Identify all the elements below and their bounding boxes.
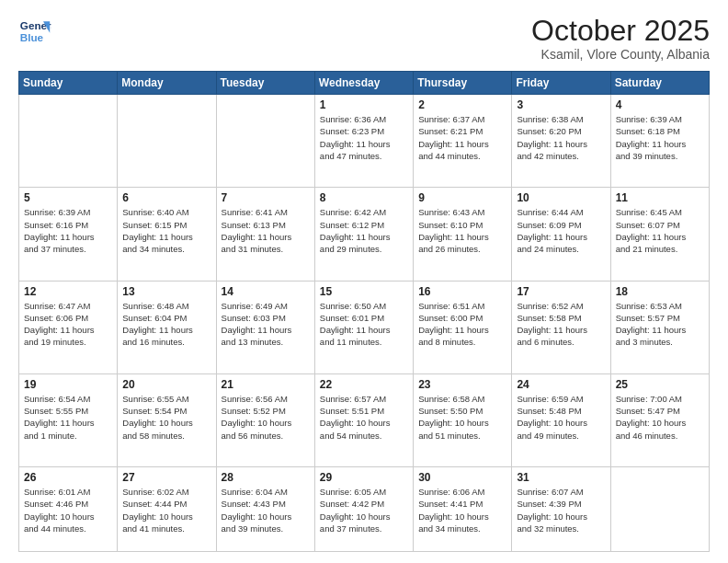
calendar-cell: 10Sunrise: 6:44 AM Sunset: 6:09 PM Dayli… [512, 188, 610, 281]
calendar-cell: 4Sunrise: 6:39 AM Sunset: 6:18 PM Daylig… [610, 95, 709, 188]
logo: General Blue [18, 15, 51, 48]
calendar-cell: 28Sunrise: 6:04 AM Sunset: 4:43 PM Dayli… [216, 466, 314, 551]
day-number: 16 [418, 285, 506, 298]
calendar-cell: 16Sunrise: 6:51 AM Sunset: 6:00 PM Dayli… [414, 281, 512, 373]
day-number: 15 [320, 285, 408, 298]
calendar-cell: 19Sunrise: 6:54 AM Sunset: 5:55 PM Dayli… [19, 373, 118, 466]
day-info: Sunrise: 6:58 AM Sunset: 5:50 PM Dayligh… [418, 393, 506, 442]
day-info: Sunrise: 6:55 AM Sunset: 5:54 PM Dayligh… [122, 393, 210, 442]
day-number: 17 [517, 285, 605, 298]
calendar-cell [216, 95, 314, 188]
calendar-cell: 27Sunrise: 6:02 AM Sunset: 4:44 PM Dayli… [118, 466, 216, 551]
day-number: 7 [222, 191, 310, 204]
calendar-cell: 21Sunrise: 6:56 AM Sunset: 5:52 PM Dayli… [216, 373, 314, 466]
day-number: 21 [222, 378, 310, 391]
day-info: Sunrise: 6:39 AM Sunset: 6:16 PM Dayligh… [24, 206, 112, 255]
col-wednesday: Wednesday [314, 72, 413, 95]
day-number: 26 [24, 471, 112, 484]
calendar-cell: 23Sunrise: 6:58 AM Sunset: 5:50 PM Dayli… [414, 373, 512, 466]
day-number: 23 [418, 378, 506, 391]
calendar-cell: 12Sunrise: 6:47 AM Sunset: 6:06 PM Dayli… [19, 281, 118, 373]
calendar-cell: 25Sunrise: 7:00 AM Sunset: 5:47 PM Dayli… [610, 373, 709, 466]
day-info: Sunrise: 6:41 AM Sunset: 6:13 PM Dayligh… [222, 206, 310, 255]
day-number: 24 [517, 378, 605, 391]
day-number: 10 [517, 191, 605, 204]
calendar-cell: 6Sunrise: 6:40 AM Sunset: 6:15 PM Daylig… [118, 188, 216, 281]
week-row-5: 26Sunrise: 6:01 AM Sunset: 4:46 PM Dayli… [19, 466, 710, 551]
day-number: 4 [616, 98, 704, 111]
day-info: Sunrise: 7:00 AM Sunset: 5:47 PM Dayligh… [616, 393, 704, 442]
calendar-cell: 18Sunrise: 6:53 AM Sunset: 5:57 PM Dayli… [610, 281, 709, 373]
day-number: 18 [616, 285, 704, 298]
day-number: 29 [320, 471, 408, 484]
calendar-cell: 24Sunrise: 6:59 AM Sunset: 5:48 PM Dayli… [512, 373, 610, 466]
day-number: 13 [122, 285, 210, 298]
day-number: 8 [320, 191, 408, 204]
day-number: 1 [320, 98, 408, 111]
day-info: Sunrise: 6:02 AM Sunset: 4:44 PM Dayligh… [122, 486, 210, 534]
calendar-cell: 20Sunrise: 6:55 AM Sunset: 5:54 PM Dayli… [118, 373, 216, 466]
day-info: Sunrise: 6:04 AM Sunset: 4:43 PM Dayligh… [222, 486, 310, 534]
col-tuesday: Tuesday [216, 72, 314, 95]
day-info: Sunrise: 6:53 AM Sunset: 5:57 PM Dayligh… [616, 300, 704, 349]
day-number: 2 [418, 98, 506, 111]
day-number: 14 [222, 285, 310, 298]
calendar-cell: 13Sunrise: 6:48 AM Sunset: 6:04 PM Dayli… [118, 281, 216, 373]
col-friday: Friday [512, 72, 610, 95]
calendar-cell [610, 466, 709, 551]
day-number: 22 [320, 378, 408, 391]
calendar-table: Sunday Monday Tuesday Wednesday Thursday… [18, 71, 710, 552]
day-info: Sunrise: 6:56 AM Sunset: 5:52 PM Dayligh… [222, 393, 310, 442]
day-info: Sunrise: 6:05 AM Sunset: 4:42 PM Dayligh… [320, 486, 408, 534]
calendar-cell: 11Sunrise: 6:45 AM Sunset: 6:07 PM Dayli… [610, 188, 709, 281]
month-title: October 2025 [531, 15, 710, 47]
week-row-4: 19Sunrise: 6:54 AM Sunset: 5:55 PM Dayli… [19, 373, 710, 466]
col-saturday: Saturday [610, 72, 709, 95]
calendar-cell: 15Sunrise: 6:50 AM Sunset: 6:01 PM Dayli… [314, 281, 413, 373]
day-info: Sunrise: 6:40 AM Sunset: 6:15 PM Dayligh… [122, 206, 210, 255]
day-number: 19 [24, 378, 112, 391]
svg-text:Blue: Blue [20, 31, 44, 43]
calendar-cell: 31Sunrise: 6:07 AM Sunset: 4:39 PM Dayli… [512, 466, 610, 551]
day-number: 31 [517, 471, 605, 484]
day-info: Sunrise: 6:07 AM Sunset: 4:39 PM Dayligh… [517, 486, 605, 534]
day-number: 27 [122, 471, 210, 484]
day-number: 11 [616, 191, 704, 204]
col-sunday: Sunday [19, 72, 118, 95]
day-info: Sunrise: 6:01 AM Sunset: 4:46 PM Dayligh… [24, 486, 112, 534]
day-info: Sunrise: 6:37 AM Sunset: 6:21 PM Dayligh… [418, 113, 506, 162]
calendar-cell: 3Sunrise: 6:38 AM Sunset: 6:20 PM Daylig… [512, 95, 610, 188]
col-thursday: Thursday [414, 72, 512, 95]
day-info: Sunrise: 6:43 AM Sunset: 6:10 PM Dayligh… [418, 206, 506, 255]
day-info: Sunrise: 6:36 AM Sunset: 6:23 PM Dayligh… [320, 113, 408, 162]
calendar-cell: 17Sunrise: 6:52 AM Sunset: 5:58 PM Dayli… [512, 281, 610, 373]
day-number: 30 [418, 471, 506, 484]
calendar-cell: 29Sunrise: 6:05 AM Sunset: 4:42 PM Dayli… [314, 466, 413, 551]
day-info: Sunrise: 6:45 AM Sunset: 6:07 PM Dayligh… [616, 206, 704, 255]
calendar-cell: 22Sunrise: 6:57 AM Sunset: 5:51 PM Dayli… [314, 373, 413, 466]
calendar-cell: 1Sunrise: 6:36 AM Sunset: 6:23 PM Daylig… [314, 95, 413, 188]
day-info: Sunrise: 6:48 AM Sunset: 6:04 PM Dayligh… [122, 300, 210, 349]
day-number: 3 [517, 98, 605, 111]
location: Ksamil, Vlore County, Albania [531, 47, 710, 62]
day-number: 9 [418, 191, 506, 204]
calendar-cell: 5Sunrise: 6:39 AM Sunset: 6:16 PM Daylig… [19, 188, 118, 281]
calendar-cell: 26Sunrise: 6:01 AM Sunset: 4:46 PM Dayli… [19, 466, 118, 551]
week-row-3: 12Sunrise: 6:47 AM Sunset: 6:06 PM Dayli… [19, 281, 710, 373]
header-row: Sunday Monday Tuesday Wednesday Thursday… [19, 72, 710, 95]
day-info: Sunrise: 6:50 AM Sunset: 6:01 PM Dayligh… [320, 300, 408, 349]
day-info: Sunrise: 6:39 AM Sunset: 6:18 PM Dayligh… [616, 113, 704, 162]
calendar-cell: 30Sunrise: 6:06 AM Sunset: 4:41 PM Dayli… [414, 466, 512, 551]
week-row-1: 1Sunrise: 6:36 AM Sunset: 6:23 PM Daylig… [19, 95, 710, 188]
day-info: Sunrise: 6:59 AM Sunset: 5:48 PM Dayligh… [517, 393, 605, 442]
calendar-cell: 7Sunrise: 6:41 AM Sunset: 6:13 PM Daylig… [216, 188, 314, 281]
day-info: Sunrise: 6:54 AM Sunset: 5:55 PM Dayligh… [24, 393, 112, 442]
day-info: Sunrise: 6:57 AM Sunset: 5:51 PM Dayligh… [320, 393, 408, 442]
day-number: 25 [616, 378, 704, 391]
day-number: 28 [222, 471, 310, 484]
calendar-cell: 2Sunrise: 6:37 AM Sunset: 6:21 PM Daylig… [414, 95, 512, 188]
day-info: Sunrise: 6:52 AM Sunset: 5:58 PM Dayligh… [517, 300, 605, 349]
header: General Blue October 2025 Ksamil, Vlore … [18, 15, 710, 62]
day-number: 12 [24, 285, 112, 298]
day-info: Sunrise: 6:44 AM Sunset: 6:09 PM Dayligh… [517, 206, 605, 255]
